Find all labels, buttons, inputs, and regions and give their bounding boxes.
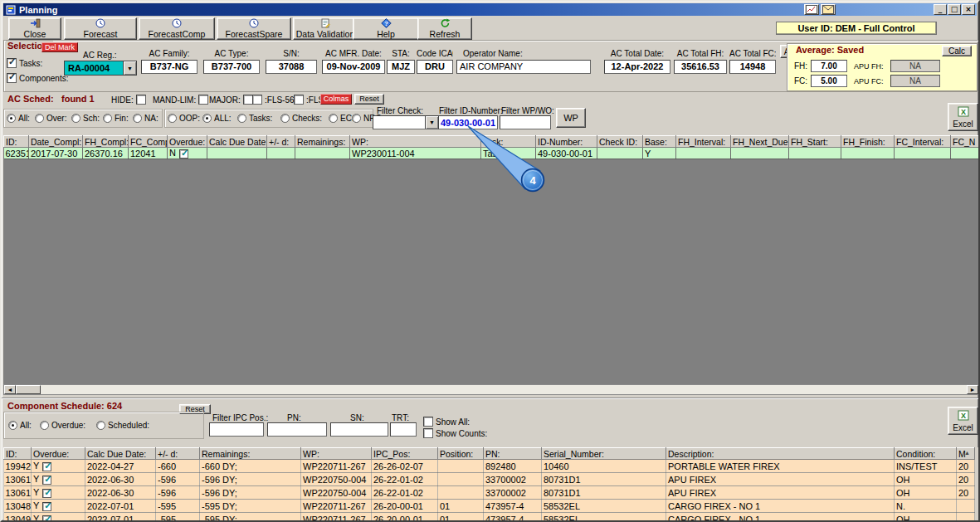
ac-sched-excel-button[interactable]: X Excel [948, 103, 978, 131]
column-header[interactable]: Serial_Number: [542, 448, 666, 460]
column-header[interactable]: FC_N [951, 136, 980, 148]
component-radio-scheduled[interactable]: Scheduled: [96, 421, 149, 430]
calc-button[interactable]: Calc [942, 46, 972, 56]
show-counts-checkbox[interactable]: Show Counts: [423, 428, 487, 438]
component-excel-button[interactable]: X Excel [948, 407, 978, 435]
column-header[interactable]: ID: [4, 136, 29, 148]
radio-checks[interactable]: Checks: [280, 114, 322, 123]
column-header[interactable]: FH_Next_Due: [731, 136, 789, 148]
dropdown-arrow-icon[interactable]: ▼ [425, 116, 438, 129]
table-row[interactable]: 623512017-07-3026370.1612041NWP230011-00… [4, 148, 980, 159]
column-header[interactable]: WP: [301, 448, 372, 460]
column-header[interactable]: Overdue: [32, 448, 85, 460]
table-row[interactable]: 13048Y2022-07-01-595-595 DY;WP220711-267… [4, 500, 975, 513]
component-radio-all[interactable]: All: [8, 421, 32, 430]
filter-check-dropdown[interactable]: ▼ [373, 115, 439, 129]
table-row[interactable]: 13061Y2022-06-30-596-596 DY;WP220750-004… [4, 486, 975, 500]
radio-tasks[interactable]: Tasks: [237, 114, 272, 123]
component-radio-overdue[interactable]: Overdue: [40, 421, 85, 430]
sn-input[interactable] [330, 422, 388, 437]
column-header[interactable]: Remainings: [200, 448, 301, 460]
dropdown-arrow-icon[interactable]: ▼ [123, 61, 136, 75]
trt-input[interactable] [390, 422, 417, 437]
radio-all-types[interactable]: ALL: [202, 114, 232, 123]
radio-sch[interactable]: Sch: [71, 114, 100, 123]
column-header[interactable]: FH_Finish: [841, 136, 895, 148]
close-button[interactable]: Close [8, 17, 61, 40]
filter-id-input[interactable] [438, 115, 498, 129]
column-header[interactable]: Condition: [895, 448, 957, 460]
column-header[interactable]: Calc Due Date: [85, 448, 156, 460]
scroll-left-button[interactable]: ◄ [4, 385, 16, 394]
components-checkbox[interactable]: Components: [7, 73, 68, 83]
table-row[interactable]: 13061Y2022-06-30-596-596 DY;WP220750-004… [4, 473, 975, 486]
overdue-checkbox[interactable] [42, 476, 51, 485]
column-header[interactable]: FH_Compl: [83, 136, 129, 148]
horizontal-scrollbar[interactable]: ◄ ► [3, 384, 979, 395]
filter-wp-input[interactable] [500, 115, 551, 129]
column-header[interactable]: Check ID: [597, 136, 643, 148]
scroll-right-button[interactable]: ► [967, 385, 978, 394]
radio-over[interactable]: Over: [35, 114, 66, 123]
maximize-button[interactable]: □ [948, 4, 961, 15]
column-header[interactable]: ID: [4, 448, 32, 460]
column-header[interactable]: Base: [643, 136, 676, 148]
pn-input[interactable] [267, 422, 327, 437]
overdue-checkbox[interactable] [42, 502, 51, 511]
wp-button[interactable]: WP [556, 108, 586, 128]
table-row[interactable]: 13049Y2022-07-01-595-595 DY;WP220711-267… [4, 513, 975, 522]
column-header[interactable]: Overdue: [168, 136, 207, 148]
table-row[interactable]: 19942Y2022-04-27-660-660 DY;WP220711-267… [4, 460, 975, 473]
titlebar-chart-icon-button[interactable] [804, 4, 819, 15]
overdue-checkbox[interactable] [42, 489, 51, 498]
column-header[interactable]: Calc Due Date: [207, 136, 267, 148]
column-header[interactable]: FH_Start: [789, 136, 841, 148]
column-header[interactable]: +/- d: [267, 136, 295, 148]
column-header[interactable]: ID-Number: [536, 136, 597, 148]
titlebar-mail-icon-button[interactable] [821, 4, 836, 15]
close-window-button[interactable]: × [962, 4, 975, 15]
major-checkbox[interactable]: MAJOR: [209, 95, 253, 105]
column-header[interactable]: Description: [666, 448, 895, 460]
column-header[interactable]: IPC_Pos: [372, 448, 438, 460]
forecast-spare-button[interactable]: ForecastSpare [217, 17, 291, 40]
radio-na[interactable]: NA: [133, 114, 158, 123]
radio-fin[interactable]: Fin: [103, 114, 129, 123]
colmas-button[interactable]: Colmas [320, 94, 352, 105]
sort-asc-icon[interactable]: ▲ [964, 450, 970, 456]
help-button[interactable]: ? Help [353, 17, 419, 40]
column-header[interactable]: Position: [438, 448, 484, 460]
ac-reg-combobox[interactable]: RA-00004 ▼ [64, 61, 137, 76]
data-validation-button[interactable]: Data Validation [293, 17, 358, 40]
column-header[interactable]: FH_Interval: [676, 136, 731, 148]
scrollbar-thumb[interactable] [16, 385, 41, 394]
column-header[interactable]: Date_Compl: [29, 136, 83, 148]
overdue-checkbox[interactable] [179, 149, 188, 159]
hide-checkbox[interactable]: HIDE: [111, 95, 146, 105]
del-mark-button[interactable]: Del Mark [41, 42, 78, 52]
column-header[interactable]: WP: [350, 136, 481, 148]
mand-lim-checkbox[interactable]: MAND-LIM: [153, 95, 208, 105]
column-header[interactable]: Remainings: [295, 136, 350, 148]
column-header[interactable]: FC_Interval: [895, 136, 951, 148]
table-cell: -596 [156, 486, 200, 500]
filter-ipc-input[interactable] [209, 422, 264, 437]
radio-oop[interactable]: OOP: [168, 114, 200, 123]
forecast-comp-button[interactable]: ForecastComp [139, 17, 215, 40]
radio-ec[interactable]: EC: [329, 114, 354, 123]
fls-56-checkbox[interactable]: :FLS-56 [252, 95, 295, 105]
tasks-checkbox[interactable]: Tasks: [7, 58, 42, 68]
minimize-button[interactable]: _ [934, 4, 947, 15]
column-header[interactable]: PN: [484, 448, 542, 460]
ac-sched-reset-button[interactable]: Reset [354, 94, 384, 105]
forecast-button[interactable]: Forecast [64, 17, 137, 40]
table-cell: WP230011-004 [350, 148, 481, 159]
overdue-checkbox[interactable] [42, 515, 51, 522]
column-header[interactable]: Task: [481, 136, 536, 148]
show-all-checkbox[interactable]: Show All: [423, 417, 470, 427]
refresh-button[interactable]: Refresh [417, 17, 472, 40]
column-header[interactable]: +/- d: [156, 448, 200, 460]
radio-all[interactable]: All: [7, 114, 30, 123]
overdue-checkbox[interactable] [42, 462, 51, 471]
column-header[interactable]: FC_Compl: [129, 136, 168, 148]
